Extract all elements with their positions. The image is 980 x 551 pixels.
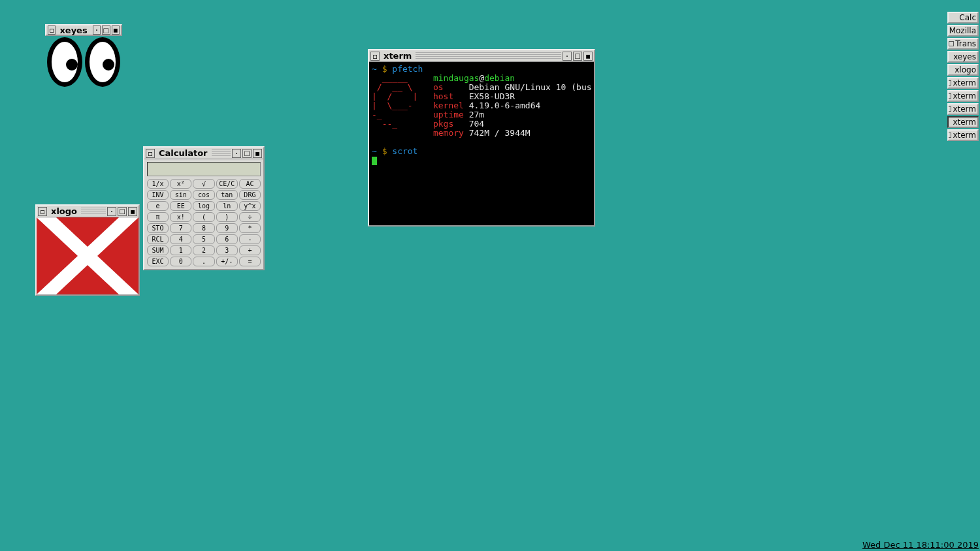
- maximize-button[interactable]: [102, 25, 110, 35]
- calc-key-30[interactable]: SUM: [147, 245, 169, 255]
- minimize-button[interactable]: [563, 52, 572, 61]
- calc-key-32[interactable]: 2: [193, 245, 214, 255]
- xlogo-window[interactable]: xlogo: [35, 204, 140, 296]
- calc-key-37[interactable]: .: [193, 257, 214, 266]
- calc-key-7[interactable]: cos: [193, 190, 214, 200]
- task-label: xterm: [950, 118, 976, 127]
- maximize-button[interactable]: [573, 52, 582, 61]
- task-label: xlogo: [950, 65, 976, 74]
- task-icon: [947, 106, 951, 112]
- task-label: xterm: [953, 104, 976, 114]
- calc-key-6[interactable]: sin: [170, 190, 191, 200]
- calc-key-20[interactable]: STO: [147, 223, 169, 233]
- task-button-mozilla-1[interactable]: Mozilla: [947, 25, 979, 37]
- calc-key-38[interactable]: +/-: [216, 257, 238, 266]
- task-button-calc-0[interactable]: Calc: [947, 12, 979, 24]
- calc-key-11[interactable]: EE: [170, 201, 191, 211]
- xlogo-titlebar[interactable]: xlogo: [37, 206, 139, 217]
- calc-key-39[interactable]: =: [239, 257, 261, 266]
- titlebar-grip[interactable]: [416, 52, 561, 60]
- task-icon: [949, 41, 954, 46]
- calc-key-3[interactable]: CE/C: [216, 179, 238, 189]
- menu-icon[interactable]: [370, 52, 380, 61]
- maximize-button[interactable]: [242, 149, 252, 158]
- task-label: xterm: [953, 91, 976, 101]
- calc-key-19[interactable]: ÷: [239, 212, 261, 222]
- task-button-xterm-7[interactable]: xterm: [947, 103, 979, 115]
- calc-key-15[interactable]: π: [147, 212, 169, 222]
- calc-key-21[interactable]: 7: [170, 223, 191, 233]
- task-label: xeyes: [950, 52, 976, 61]
- calc-key-16[interactable]: x!: [170, 212, 191, 222]
- calc-key-1[interactable]: x²: [170, 179, 191, 189]
- calc-key-5[interactable]: INV: [147, 190, 169, 200]
- calc-key-33[interactable]: 3: [216, 245, 238, 255]
- task-icon: [947, 133, 951, 138]
- calculator-title: Calculator: [156, 148, 210, 158]
- task-button-trans-2[interactable]: Trans: [947, 38, 979, 50]
- close-button[interactable]: [128, 207, 137, 216]
- task-label: Mozilla: [949, 26, 976, 35]
- calc-key-10[interactable]: e: [147, 201, 169, 211]
- calc-key-4[interactable]: AC: [239, 179, 261, 189]
- calc-key-29[interactable]: -: [239, 234, 261, 244]
- xeyes-titlebar[interactable]: xeyes: [45, 24, 122, 36]
- calc-key-13[interactable]: ln: [216, 201, 238, 211]
- x-logo-icon: [37, 217, 139, 294]
- calc-key-26[interactable]: 4: [170, 234, 191, 244]
- minimize-button[interactable]: [93, 25, 101, 35]
- task-button-xterm-8[interactable]: xterm: [947, 116, 979, 128]
- titlebar-grip[interactable]: [81, 208, 106, 215]
- calculator-body: 1/xx²√CE/CACINVsincostanDRGeEEloglny^xπx…: [144, 159, 263, 269]
- maximize-button[interactable]: [118, 207, 127, 216]
- calc-key-22[interactable]: 8: [193, 223, 214, 233]
- xeyes-window[interactable]: xeyes: [45, 24, 122, 88]
- calc-key-9[interactable]: DRG: [239, 190, 261, 200]
- calc-key-28[interactable]: 6: [216, 234, 238, 244]
- menu-icon[interactable]: [146, 149, 155, 158]
- task-label: Calc: [950, 13, 976, 22]
- close-button[interactable]: [253, 149, 262, 158]
- calculator-titlebar[interactable]: Calculator: [144, 148, 263, 159]
- xterm-title: xterm: [381, 51, 414, 61]
- calc-key-31[interactable]: 1: [170, 245, 191, 255]
- task-button-xlogo-4[interactable]: xlogo: [947, 64, 979, 76]
- calc-key-14[interactable]: y^x: [239, 201, 261, 211]
- titlebar-grip[interactable]: [212, 150, 231, 157]
- calc-key-23[interactable]: 9: [216, 223, 238, 233]
- calc-key-18[interactable]: ): [216, 212, 238, 222]
- task-button-xterm-6[interactable]: xterm: [947, 90, 979, 102]
- task-label: Trans: [955, 39, 976, 48]
- calc-key-36[interactable]: 0: [170, 257, 191, 266]
- calc-key-2[interactable]: √: [193, 179, 214, 189]
- menu-icon[interactable]: [38, 207, 47, 216]
- close-button[interactable]: [112, 25, 120, 35]
- calc-key-24[interactable]: *: [239, 223, 261, 233]
- pupil-right: [103, 59, 114, 71]
- task-label: xterm: [953, 78, 976, 87]
- terminal-output[interactable]: ~ $ pfetch _____ mindaugas@debian / __ \…: [369, 62, 594, 225]
- calc-key-0[interactable]: 1/x: [147, 179, 169, 189]
- calculator-window[interactable]: Calculator 1/xx²√CE/CACINVsincostanDRGeE…: [143, 146, 265, 270]
- calc-key-8[interactable]: tan: [216, 190, 238, 200]
- task-button-xeyes-3[interactable]: xeyes: [947, 51, 979, 63]
- calc-key-12[interactable]: log: [193, 201, 214, 211]
- calc-key-35[interactable]: EXC: [147, 257, 169, 266]
- calc-key-34[interactable]: +: [239, 245, 261, 255]
- clock: Wed Dec 11 18:11:00 2019: [862, 540, 979, 550]
- minimize-button[interactable]: [107, 207, 116, 216]
- task-button-xterm-5[interactable]: xterm: [947, 77, 979, 89]
- minimize-button[interactable]: [232, 149, 241, 158]
- calc-key-27[interactable]: 5: [193, 234, 214, 244]
- xterm-window[interactable]: xterm ~ $ pfetch _____ mindaugas@debian …: [368, 49, 595, 227]
- task-button-xterm-9[interactable]: xterm: [947, 129, 979, 141]
- calculator-keypad: 1/xx²√CE/CACINVsincostanDRGeEEloglny^xπx…: [147, 179, 261, 266]
- calc-key-17[interactable]: (: [193, 212, 214, 222]
- close-button[interactable]: [583, 52, 593, 61]
- xterm-titlebar[interactable]: xterm: [369, 50, 594, 62]
- calc-key-25[interactable]: RCL: [147, 234, 169, 244]
- xeyes-body: [45, 36, 122, 88]
- task-icon: [947, 28, 948, 33]
- xeyes-title: xeyes: [57, 25, 90, 35]
- menu-icon[interactable]: [48, 25, 56, 35]
